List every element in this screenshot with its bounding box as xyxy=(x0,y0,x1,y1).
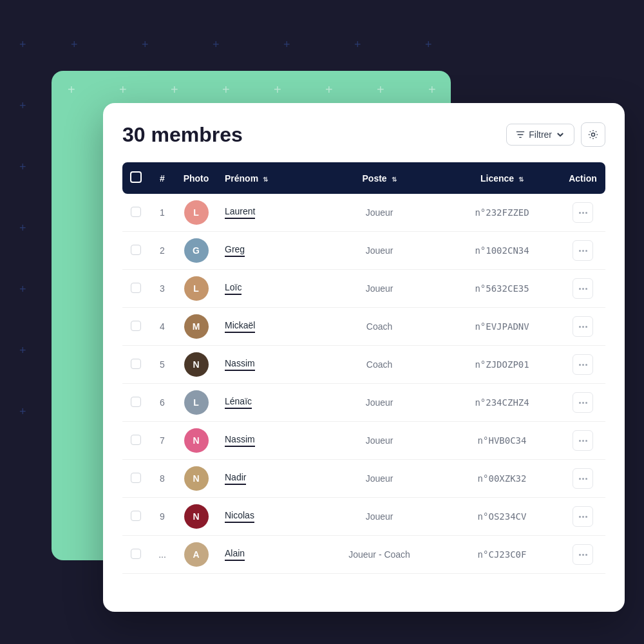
sort-prenom-icon: ⇅ xyxy=(263,176,268,183)
row-name: Laurent xyxy=(217,194,315,232)
row-licence: n°EVJPADNV xyxy=(444,308,560,346)
row-photo: N xyxy=(175,498,217,536)
settings-button[interactable] xyxy=(581,122,605,147)
row-licence: n°OS234CV xyxy=(444,498,560,536)
row-checkbox[interactable] xyxy=(131,245,141,255)
row-photo: N xyxy=(175,422,217,460)
action-dot-icon xyxy=(579,516,581,518)
row-licence: n°ZJDOZP01 xyxy=(444,346,560,384)
col-header-num: # xyxy=(149,162,175,194)
col-header-poste[interactable]: Poste ⇅ xyxy=(315,162,444,194)
row-checkbox-cell xyxy=(122,460,149,498)
row-checkbox[interactable] xyxy=(131,549,141,559)
row-licence: n°CJ23C0F xyxy=(444,536,560,574)
header-actions: Filtrer xyxy=(506,122,605,147)
avatar: M xyxy=(184,314,209,339)
action-menu-button[interactable] xyxy=(573,506,593,527)
filter-button[interactable]: Filtrer xyxy=(506,124,574,146)
row-checkbox-cell xyxy=(122,498,149,536)
row-photo: L xyxy=(175,194,217,232)
row-poste: Joueur xyxy=(315,422,444,460)
action-dot-icon xyxy=(582,212,584,214)
avatar: L xyxy=(184,200,209,225)
table-row: ...AAlainJoueur - Coachn°CJ23C0F xyxy=(122,536,605,574)
table-row: 1LLaurentJoueurn°232FZZED xyxy=(122,194,605,232)
row-action xyxy=(560,232,605,270)
settings-icon xyxy=(588,129,598,140)
action-dot-icon xyxy=(582,440,584,442)
row-checkbox[interactable] xyxy=(131,283,141,293)
avatar: N xyxy=(184,466,209,491)
avatar: N xyxy=(184,428,209,453)
action-menu-button[interactable] xyxy=(573,354,593,375)
col-header-photo: Photo xyxy=(175,162,217,194)
action-dot-icon xyxy=(579,250,581,252)
action-menu-button[interactable] xyxy=(573,430,593,451)
action-dot-icon xyxy=(579,288,581,290)
svg-point-0 xyxy=(592,133,595,137)
action-menu-button[interactable] xyxy=(573,240,593,261)
row-licence: n°234CZHZ4 xyxy=(444,384,560,422)
row-poste: Joueur xyxy=(315,498,444,536)
action-menu-button[interactable] xyxy=(573,392,593,413)
avatar: N xyxy=(184,352,209,377)
row-name: Nassim xyxy=(217,346,315,384)
row-photo: L xyxy=(175,270,217,308)
row-checkbox-cell xyxy=(122,270,149,308)
table-row: 4MMickaëlCoachn°EVJPADNV xyxy=(122,308,605,346)
row-photo: M xyxy=(175,308,217,346)
avatar: L xyxy=(184,276,209,301)
row-action xyxy=(560,270,605,308)
row-checkbox[interactable] xyxy=(131,473,141,483)
row-checkbox-cell xyxy=(122,536,149,574)
row-number: 1 xyxy=(149,194,175,232)
table-row: 7NNassimJoueurn°HVB0C34 xyxy=(122,422,605,460)
row-checkbox[interactable] xyxy=(131,435,141,445)
main-content-card: 30 membres Filtrer xyxy=(103,103,625,612)
row-photo: N xyxy=(175,460,217,498)
row-photo: A xyxy=(175,536,217,574)
row-poste: Joueur xyxy=(315,194,444,232)
action-dot-icon xyxy=(585,288,587,290)
action-dot-icon xyxy=(585,364,587,366)
row-checkbox[interactable] xyxy=(131,321,141,331)
row-checkbox[interactable] xyxy=(131,359,141,369)
action-menu-button[interactable] xyxy=(573,544,593,565)
action-dot-icon xyxy=(579,326,581,328)
col-header-licence[interactable]: Licence ⇅ xyxy=(444,162,560,194)
row-checkbox[interactable] xyxy=(131,397,141,407)
action-dot-icon xyxy=(582,478,584,480)
action-dot-icon xyxy=(585,554,587,556)
row-checkbox[interactable] xyxy=(131,207,141,217)
col-header-prenom[interactable]: Prénom ⇅ xyxy=(217,162,315,194)
row-name: Loïc xyxy=(217,270,315,308)
action-menu-button[interactable] xyxy=(573,278,593,299)
row-photo: N xyxy=(175,346,217,384)
select-all-checkbox[interactable] xyxy=(130,171,142,183)
action-dot-icon xyxy=(585,212,587,214)
row-checkbox[interactable] xyxy=(131,511,141,521)
avatar: N xyxy=(184,504,209,529)
row-action xyxy=(560,460,605,498)
row-photo: G xyxy=(175,232,217,270)
row-poste: Joueur xyxy=(315,460,444,498)
row-action xyxy=(560,308,605,346)
table-row: 8NNadirJoueurn°00XZK32 xyxy=(122,460,605,498)
chevron-down-icon xyxy=(556,130,565,139)
action-menu-button[interactable] xyxy=(573,316,593,337)
avatar: L xyxy=(184,390,209,415)
action-dot-icon xyxy=(579,212,581,214)
row-poste: Joueur xyxy=(315,232,444,270)
action-menu-button[interactable] xyxy=(573,468,593,489)
action-menu-button[interactable] xyxy=(573,202,593,223)
members-table: # Photo Prénom ⇅ Poste ⇅ Licence ⇅ Actio… xyxy=(122,162,605,574)
table-body: 1LLaurentJoueurn°232FZZED2GGregJoueurn°1… xyxy=(122,194,605,574)
row-action xyxy=(560,422,605,460)
row-poste: Joueur xyxy=(315,270,444,308)
page-title: 30 membres xyxy=(122,123,243,147)
row-number: 2 xyxy=(149,232,175,270)
action-dot-icon xyxy=(582,516,584,518)
row-name: Nicolas xyxy=(217,498,315,536)
row-name: Nadir xyxy=(217,460,315,498)
action-dot-icon xyxy=(585,250,587,252)
